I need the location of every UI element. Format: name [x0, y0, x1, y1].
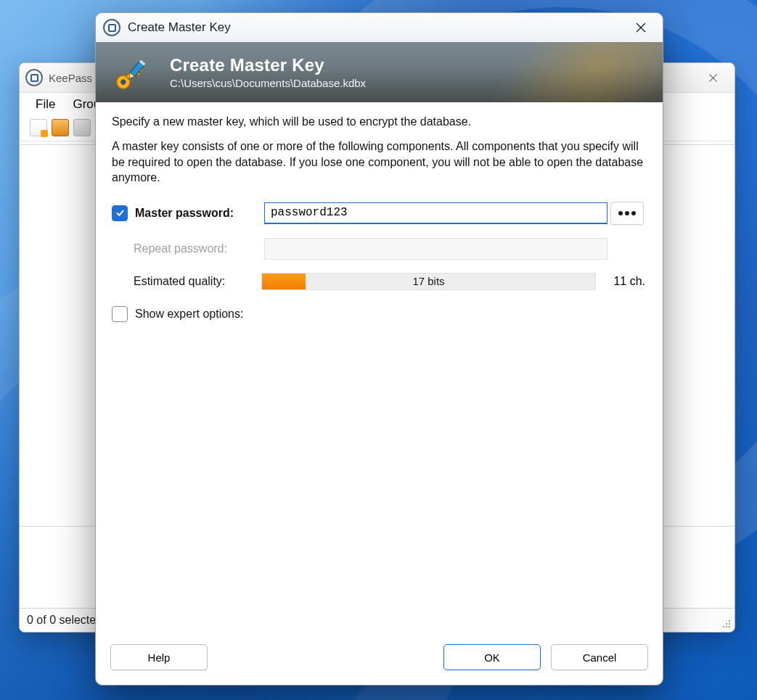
status-text: 0 of 0 selected: [27, 614, 102, 627]
help-button[interactable]: Help: [110, 644, 208, 670]
reveal-password-button[interactable]: [610, 202, 644, 225]
dialog-titlebar[interactable]: Create Master Key: [96, 13, 663, 42]
create-master-key-dialog: Create Master Key: [95, 12, 663, 685]
toolbar-open-icon[interactable]: [52, 119, 69, 136]
expert-options-label: Show expert options:: [135, 308, 243, 321]
quality-bar: 17 bits: [261, 273, 596, 290]
repeat-password-input: [264, 238, 607, 260]
intro-text-1: Specify a new master key, which will be …: [112, 115, 647, 128]
toolbar-save-icon[interactable]: [73, 119, 91, 136]
quality-text: 17 bits: [262, 273, 595, 289]
key-pencil-icon: [109, 47, 160, 98]
menu-file[interactable]: File: [36, 97, 55, 112]
main-close-button[interactable]: [697, 67, 729, 88]
dialog-body: Specify a new master key, which will be …: [96, 102, 663, 634]
dialog-lock-icon: [103, 19, 120, 36]
master-password-label: Master password:: [135, 207, 234, 220]
banner-path: C:\Users\cus\Documents\Database.kdbx: [170, 77, 366, 89]
expert-options-checkbox[interactable]: [112, 306, 128, 322]
dialog-close-button[interactable]: [626, 17, 655, 38]
resize-grip-icon[interactable]: [721, 619, 732, 629]
master-password-input[interactable]: [264, 202, 607, 224]
repeat-password-label: Repeat password:: [134, 242, 227, 255]
char-count: 11 ch.: [596, 275, 647, 288]
master-password-checkbox[interactable]: [112, 205, 128, 221]
banner-heading: Create Master Key: [170, 55, 366, 75]
cancel-button[interactable]: Cancel: [551, 644, 648, 670]
dialog-title: Create Master Key: [128, 20, 231, 35]
ok-button[interactable]: OK: [443, 644, 541, 670]
intro-text-2: A master key consists of one or more of …: [112, 139, 647, 186]
keepass-app-icon: [25, 69, 43, 86]
quality-label: Estimated quality:: [134, 275, 225, 287]
toolbar-new-icon[interactable]: [30, 119, 47, 136]
dialog-footer: Help OK Cancel: [96, 634, 663, 685]
dots-icon: [618, 211, 623, 215]
dialog-banner: Create Master Key C:\Users\cus\Documents…: [96, 42, 663, 102]
main-title: KeePass: [49, 72, 92, 84]
